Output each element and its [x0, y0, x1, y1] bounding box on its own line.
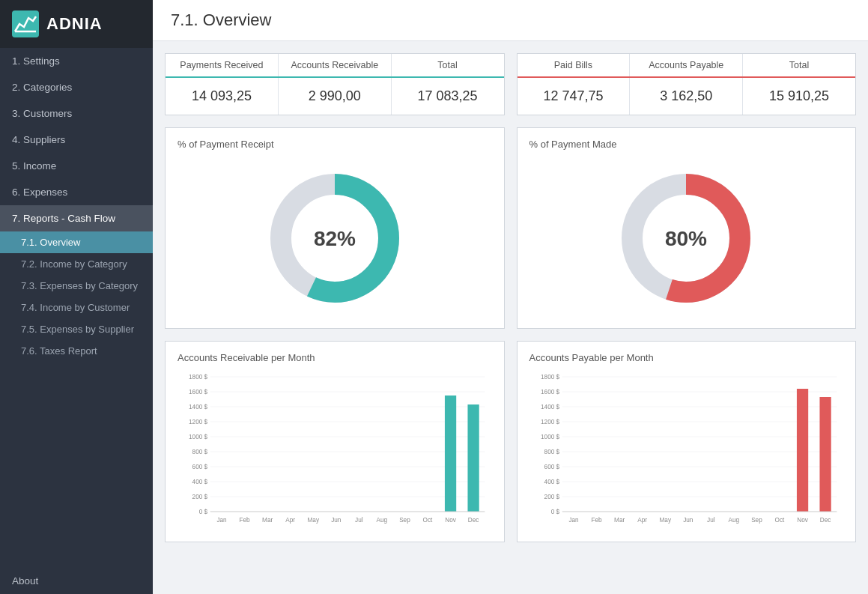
left-col2-value: 2 990,00 [279, 78, 392, 115]
right-donut-title: % of Payment Made [529, 139, 844, 150]
left-col2-header: Accounts Receivable [279, 54, 392, 76]
svg-text:Jul: Jul [707, 516, 715, 524]
svg-text:1800 $: 1800 $ [541, 373, 559, 381]
svg-text:600 $: 600 $ [192, 463, 208, 470]
sidebar-sub-taxes[interactable]: 7.6. Taxes Report [0, 340, 153, 362]
right-summary-values: 12 747,75 3 162,50 15 910,25 [518, 78, 856, 115]
page-header: 7.1. Overview [153, 0, 868, 41]
sidebar-sub-overview[interactable]: 7.1. Overview [0, 231, 153, 253]
svg-rect-71 [796, 389, 807, 512]
svg-text:1200 $: 1200 $ [189, 418, 207, 425]
left-col1-header: Payments Received [166, 54, 279, 76]
sidebar-sub-income-cust[interactable]: 7.4. Income by Customer [0, 297, 153, 318]
sidebar-item-expenses[interactable]: 6. Expenses [0, 179, 153, 205]
svg-text:200 $: 200 $ [544, 493, 559, 500]
page-title: 7.1. Overview [171, 10, 272, 29]
summary-row: Payments Received Accounts Receivable To… [165, 53, 856, 115]
svg-text:Jun: Jun [331, 516, 341, 524]
svg-text:0 $: 0 $ [550, 508, 559, 515]
sidebar-item-reports[interactable]: 7. Reports - Cash Flow [0, 205, 153, 231]
right-summary-headers: Paid Bills Accounts Payable Total [518, 54, 856, 78]
left-donut-label: 82% [314, 227, 356, 250]
svg-text:Apr: Apr [285, 516, 295, 524]
svg-text:1200 $: 1200 $ [541, 418, 559, 425]
svg-text:Jun: Jun [683, 516, 693, 524]
right-col1-header: Paid Bills [518, 54, 631, 76]
svg-text:1400 $: 1400 $ [541, 403, 559, 410]
sidebar-item-suppliers[interactable]: 4. Suppliers [0, 127, 153, 153]
left-col1-value: 14 093,25 [166, 78, 279, 115]
logo-icon [12, 10, 39, 37]
main-content: 7.1. Overview Payments Received Accounts… [153, 0, 868, 594]
svg-text:400 $: 400 $ [544, 478, 559, 485]
bar-charts-row: Accounts Receivable per Month 0 $200 $40… [165, 341, 856, 542]
right-col2-header: Accounts Payable [630, 54, 743, 76]
svg-text:Oct: Oct [774, 516, 784, 524]
svg-text:Jan: Jan [568, 516, 578, 524]
svg-text:Sep: Sep [399, 516, 410, 524]
left-donut-title: % of Payment Receipt [177, 139, 492, 150]
sidebar-item-settings[interactable]: 1. Settings [0, 48, 153, 74]
svg-text:Jul: Jul [355, 516, 363, 524]
svg-rect-38 [467, 404, 479, 512]
right-col2-value: 3 162,50 [630, 78, 743, 115]
right-summary-card: Paid Bills Accounts Payable Total 12 747… [517, 53, 857, 115]
left-summary-card: Payments Received Accounts Receivable To… [165, 53, 505, 115]
svg-text:Mar: Mar [262, 516, 273, 524]
svg-text:May: May [659, 516, 671, 524]
svg-text:Nov: Nov [797, 516, 808, 524]
svg-rect-36 [445, 396, 456, 512]
left-summary-values: 14 093,25 2 990,00 17 083,25 [166, 78, 504, 115]
left-col3-header: Total [392, 54, 504, 76]
sidebar-sub-expenses-cat[interactable]: 7.3. Expenses by Category [0, 275, 153, 297]
svg-text:Dec: Dec [468, 516, 479, 524]
svg-rect-73 [819, 397, 831, 512]
svg-text:Feb: Feb [240, 516, 250, 524]
right-donut-container: 80% [529, 156, 844, 321]
logo-text: ADNIA [46, 14, 103, 34]
svg-text:Oct: Oct [423, 516, 433, 524]
svg-text:1800 $: 1800 $ [189, 373, 207, 381]
donut-charts-row: % of Payment Receipt 82% % of Payment Ma… [165, 127, 856, 329]
sidebar-item-categories[interactable]: 2. Categories [0, 74, 153, 100]
left-bar-card: Accounts Receivable per Month 0 $200 $40… [165, 341, 505, 542]
sidebar: ADNIA 1. Settings 2. Categories 3. Custo… [0, 0, 153, 594]
left-summary-headers: Payments Received Accounts Receivable To… [166, 54, 504, 78]
svg-text:Nov: Nov [445, 516, 456, 524]
svg-text:400 $: 400 $ [192, 478, 208, 485]
svg-text:Mar: Mar [614, 516, 625, 524]
svg-text:200 $: 200 $ [192, 493, 208, 500]
right-donut-card: % of Payment Made 80% [517, 127, 857, 329]
svg-text:Feb: Feb [591, 516, 601, 524]
svg-text:Dec: Dec [819, 516, 831, 524]
right-bar-wrapper: 0 $200 $400 $600 $800 $1000 $1200 $1400 … [529, 369, 844, 534]
left-bar-chart: 0 $200 $400 $600 $800 $1000 $1200 $1400 … [177, 369, 492, 534]
svg-text:1600 $: 1600 $ [189, 388, 207, 396]
svg-text:Sep: Sep [751, 516, 762, 524]
right-col3-value: 15 910,25 [743, 78, 855, 115]
sidebar-sub-income-cat[interactable]: 7.2. Income by Category [0, 253, 153, 275]
left-bar-wrapper: 0 $200 $400 $600 $800 $1000 $1200 $1400 … [177, 369, 492, 534]
right-bar-title: Accounts Payable per Month [529, 352, 844, 363]
svg-text:1000 $: 1000 $ [189, 433, 207, 440]
left-donut-container: 82% [177, 156, 492, 321]
sidebar-item-income[interactable]: 5. Income [0, 153, 153, 179]
svg-text:Aug: Aug [377, 516, 388, 524]
svg-text:Apr: Apr [637, 516, 647, 524]
right-col1-value: 12 747,75 [518, 78, 631, 115]
svg-text:800 $: 800 $ [192, 448, 208, 455]
svg-text:Aug: Aug [728, 516, 739, 524]
sidebar-about[interactable]: About [0, 568, 153, 594]
right-col3-header: Total [743, 54, 855, 76]
svg-text:1600 $: 1600 $ [541, 388, 559, 396]
svg-text:800 $: 800 $ [544, 448, 559, 455]
right-bar-chart: 0 $200 $400 $600 $800 $1000 $1200 $1400 … [529, 369, 844, 534]
left-bar-title: Accounts Receivable per Month [177, 352, 492, 363]
left-col3-value: 17 083,25 [392, 78, 504, 115]
svg-text:1000 $: 1000 $ [541, 433, 559, 440]
right-bar-card: Accounts Payable per Month 0 $200 $400 $… [517, 341, 857, 542]
sidebar-item-customers[interactable]: 3. Customers [0, 100, 153, 127]
svg-text:Jan: Jan [216, 516, 226, 524]
svg-text:0 $: 0 $ [199, 508, 208, 515]
sidebar-sub-expenses-supp[interactable]: 7.5. Expenses by Supplier [0, 318, 153, 340]
